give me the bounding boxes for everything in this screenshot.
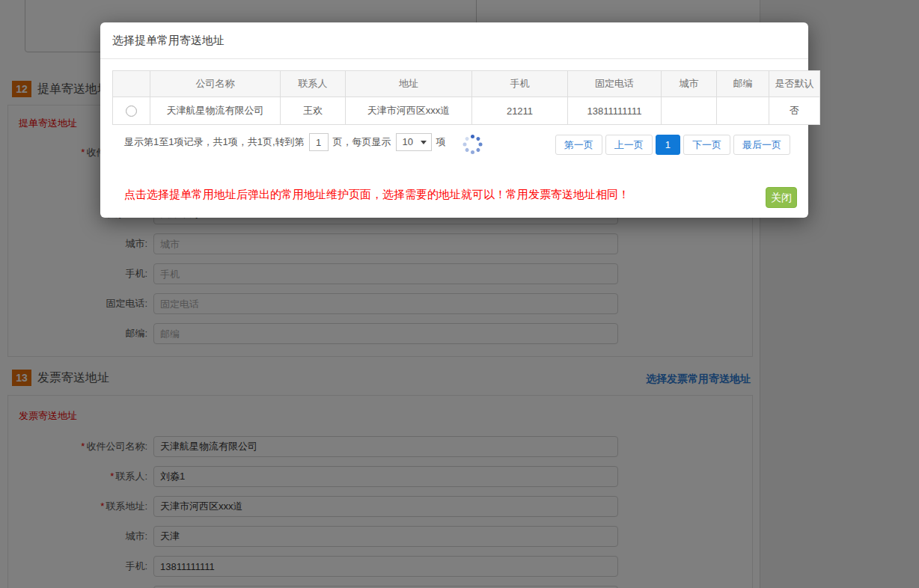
column-header: 是否默认 xyxy=(769,71,820,97)
column-header: 固定电话 xyxy=(568,71,662,97)
row-radio[interactable] xyxy=(126,105,137,117)
pagination-summary-prefix: 显示第1至1项记录，共1项，共1页,转到第 xyxy=(124,135,305,149)
page-number-button[interactable]: 1 xyxy=(656,135,680,155)
chevron-down-icon xyxy=(421,141,427,144)
table-cell: 天津航星物流有限公司 xyxy=(150,97,281,125)
table-cell: 否 xyxy=(769,97,820,125)
table-header-row: 公司名称联系人地址手机固定电话城市邮编是否默认 xyxy=(113,71,820,97)
spinner-icon xyxy=(462,135,482,154)
page-number-input[interactable] xyxy=(309,133,329,151)
page: 12 提单寄送地址 提单寄送地址 *收件公司名称:*联系人:*联系地址:城市:手… xyxy=(0,0,919,588)
page-next-button[interactable]: 下一页 xyxy=(683,135,730,155)
page-size-value: 10 xyxy=(403,136,413,147)
column-header: 城市 xyxy=(662,71,717,97)
page-size-select[interactable]: 10 xyxy=(396,133,432,151)
pagination-summary-suffix: 项 xyxy=(436,135,446,149)
column-header: 地址 xyxy=(346,71,472,97)
page-last-button[interactable]: 最后一页 xyxy=(733,135,790,155)
modal-title-divider xyxy=(100,58,808,59)
page-first-button[interactable]: 第一页 xyxy=(555,135,602,155)
pagination-summary: 显示第1至1项记录，共1项，共1页,转到第 页，每页显示 10 项 xyxy=(124,133,446,151)
column-header: 手机 xyxy=(472,71,568,97)
address-select-modal: 选择提单常用寄送地址 公司名称联系人地址手机固定电话城市邮编是否默认 天津航星物… xyxy=(100,22,808,218)
pagination-buttons: 第一页上一页1下一页最后一页 xyxy=(555,135,790,155)
table-cell: 天津市河西区xxx道 xyxy=(346,97,472,125)
table-cell: 21211 xyxy=(472,97,568,125)
page-prev-button[interactable]: 上一页 xyxy=(605,135,653,155)
table-cell xyxy=(717,97,769,125)
column-header: 联系人 xyxy=(281,71,346,97)
pagination-summary-middle: 页，每页显示 xyxy=(333,135,391,149)
column-header: 公司名称 xyxy=(150,71,281,97)
modal-title: 选择提单常用寄送地址 xyxy=(112,22,225,58)
address-table: 公司名称联系人地址手机固定电话城市邮编是否默认 天津航星物流有限公司王欢天津市河… xyxy=(112,70,820,125)
table-cell: 王欢 xyxy=(281,97,346,125)
column-header: 邮编 xyxy=(717,71,769,97)
column-header xyxy=(113,71,150,97)
radio-cell xyxy=(113,97,150,125)
close-button[interactable]: 关闭 xyxy=(766,187,797,208)
modal-hint-text: 点击选择提单常用地址后弹出的常用地址维护页面，选择需要的地址就可以！常用发票寄送… xyxy=(124,188,629,202)
table-cell: 13811111111 xyxy=(568,97,662,125)
table-cell xyxy=(662,97,717,125)
table-row: 天津航星物流有限公司王欢天津市河西区xxx道2121113811111111否 xyxy=(113,97,820,125)
